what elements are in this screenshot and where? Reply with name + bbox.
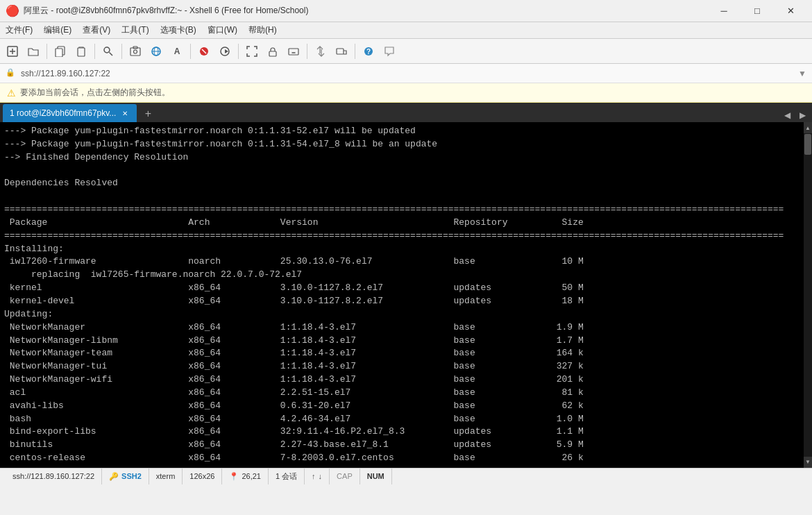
find-button[interactable] (99, 42, 118, 61)
tab-nav: ◀ ▶ (780, 108, 809, 122)
terminal-line-kernel-devel: kernel-devel x86_64 3.10.0-1127.8.2.el7 … (4, 295, 800, 308)
tab-next-button[interactable]: ▶ (795, 108, 809, 122)
chat-button[interactable] (380, 42, 399, 61)
svg-point-9 (134, 50, 137, 53)
menu-help[interactable]: 帮助(H) (243, 22, 282, 38)
terminal-line-1: ---> Package yum-plugin-fastestmirror.no… (4, 125, 800, 138)
terminal-line-eq2: ========================================… (4, 230, 800, 243)
num-lock-indicator: NUM (367, 472, 384, 480)
globe-button[interactable] (146, 42, 166, 61)
cursor-icon: 📍 (229, 472, 239, 481)
scroll-down-button[interactable]: ▼ (804, 457, 812, 468)
paste-button[interactable] (71, 42, 91, 61)
terminal-line-eq1: ========================================… (4, 203, 800, 217)
tab-close-button[interactable]: ✕ (120, 108, 130, 118)
terminal-line-2: ---> Package yum-plugin-fastestmirror.no… (4, 138, 800, 151)
copy-button[interactable] (51, 42, 70, 61)
svg-line-7 (110, 52, 113, 56)
separator-3 (121, 44, 122, 59)
menu-tabs[interactable]: 选项卡(B) (155, 22, 202, 38)
scroll-up-button[interactable]: ▲ (804, 122, 812, 133)
help-button[interactable]: ? (359, 42, 378, 61)
minimize-button[interactable]: ─ (708, 0, 740, 22)
addressbar-dropdown-icon[interactable]: ▼ (798, 69, 806, 78)
terminal-line-nm-wifi: NetworkManager-wifi x86_64 1:1.18.4-3.el… (4, 373, 800, 387)
terminal-line-installing: Installing: (4, 243, 800, 256)
status-host-text: ssh://121.89.160.127:22 (12, 472, 94, 480)
statusbar: ssh://121.89.160.127:22 🔑 SSH2 xterm 126… (0, 468, 812, 484)
terminal-line-centos: centos-release x86_64 7-8.2003.0.el7.cen… (4, 452, 800, 465)
app-icon: 🔴 (6, 4, 19, 18)
scroll-terminal-up-button[interactable]: ↑ (312, 472, 316, 480)
open-button[interactable] (24, 42, 43, 61)
terminal-line-6 (4, 190, 800, 203)
sessions-text: 1 会话 (276, 471, 297, 482)
ssh-icon: 🔒 (6, 68, 17, 79)
transfer-button[interactable] (311, 42, 330, 61)
toolbar: A ? (0, 39, 812, 64)
terminal-line-bind: bind-export-libs x86_64 32:9.11.4-16.P2.… (4, 425, 800, 439)
status-sessions: 1 会话 (269, 468, 305, 484)
separator-6 (307, 44, 307, 59)
terminal-scrollbar[interactable]: ▲ ▼ (804, 122, 812, 468)
menu-edit[interactable]: 编辑(E) (38, 22, 77, 38)
lock-button[interactable] (263, 42, 282, 61)
maximize-button[interactable]: □ (741, 0, 773, 22)
svg-text:?: ? (366, 48, 371, 56)
screenshot-button[interactable] (126, 42, 145, 61)
menu-window[interactable]: 窗口(W) (202, 22, 243, 38)
tabbar: 1 root@iZ8vbh60fmn67pkv... ✕ + ◀ ▶ (0, 103, 812, 122)
new-session-button[interactable] (3, 42, 22, 61)
menu-file[interactable]: 文件(F) (0, 22, 38, 38)
terminal-line-kernel: kernel x86_64 3.10.0-1127.8.2.el7 update… (4, 282, 800, 295)
sftp-button[interactable] (332, 42, 351, 61)
svg-rect-23 (337, 49, 344, 54)
new-tab-button[interactable]: + (139, 105, 156, 122)
separator-2 (94, 44, 95, 59)
disconnect-button[interactable] (194, 42, 214, 61)
scrollbar-track (804, 133, 812, 457)
tab-prev-button[interactable]: ◀ (780, 108, 794, 122)
scroll-terminal-down-button[interactable]: ↓ (319, 472, 323, 480)
menu-view[interactable]: 查看(V) (77, 22, 116, 38)
terminal-line-nm-team: NetworkManager-team x86_64 1:1.18.4-3.el… (4, 347, 800, 360)
protocol-text: SSH2 (121, 472, 142, 480)
svg-rect-4 (56, 49, 62, 57)
svg-rect-18 (289, 49, 298, 55)
terminal-line-nm-tui: NetworkManager-tui x86_64 1:1.18.4-3.el7… (4, 360, 800, 373)
separator-5 (238, 44, 239, 59)
terminal-container: ---> Package yum-plugin-fastestmirror.no… (0, 122, 812, 468)
svg-rect-8 (130, 48, 140, 56)
svg-rect-5 (78, 48, 85, 56)
terminal-line-nm: NetworkManager x86_64 1:1.18.4-3.el7 bas… (4, 321, 800, 335)
dimensions-text: 126x26 (189, 472, 214, 480)
window-controls: ─ □ ✕ (708, 0, 806, 22)
key-icon: 🔑 (109, 472, 119, 481)
status-terminal-type: xterm (149, 468, 183, 484)
terminal-line-replacing: replacing iwl7265-firmware.noarch 22.0.7… (4, 269, 800, 282)
terminal-line-acl: acl x86_64 2.2.51-15.el7 base 81 k (4, 387, 800, 400)
svg-rect-17 (269, 51, 276, 56)
terminal-line-binutils: binutils x86_64 2.27-43.base.el7_8.1 upd… (4, 439, 800, 452)
terminal-line-3: --> Finished Dependency Resolution (4, 151, 800, 164)
keyboard-button[interactable] (284, 42, 303, 61)
status-dimensions: 126x26 (183, 468, 222, 484)
font-button[interactable]: A (167, 42, 187, 61)
terminal-area[interactable]: ---> Package yum-plugin-fastestmirror.no… (0, 122, 812, 468)
svg-point-6 (104, 47, 110, 53)
scrollbar-thumb[interactable] (804, 134, 811, 155)
terminal-line-5: Dependencies Resolved (4, 177, 800, 190)
connect-button[interactable] (215, 42, 235, 61)
tab-label: 1 root@iZ8vbh60fmn67pkv... (10, 108, 116, 118)
close-button[interactable]: ✕ (775, 0, 806, 22)
menu-tools[interactable]: 工具(T) (116, 22, 154, 38)
separator-4 (190, 44, 191, 59)
terminal-type-text: xterm (156, 472, 176, 480)
tab-1[interactable]: 1 root@iZ8vbh60fmn67pkv... ✕ (3, 104, 137, 122)
terminal-line-iwl: iwl7260-firmware noarch 25.30.13.0-76.el… (4, 255, 800, 269)
terminal-line-avahi: avahi-libs x86_64 0.6.31-20.el7 base 62 … (4, 400, 800, 413)
terminal[interactable]: ---> Package yum-plugin-fastestmirror.no… (0, 122, 804, 468)
menubar: 文件(F) 编辑(E) 查看(V) 工具(T) 选项卡(B) 窗口(W) 帮助(… (0, 22, 812, 39)
status-scroll-controls: ↑ ↓ (305, 468, 330, 484)
fullscreen-button[interactable] (242, 42, 262, 61)
